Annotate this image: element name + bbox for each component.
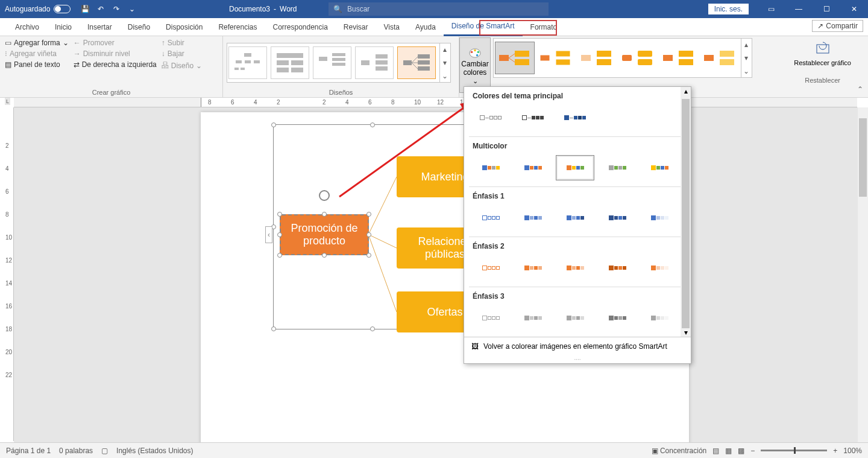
dropdown-resize-grip[interactable]: ···· <box>464 355 691 363</box>
color-option[interactable] <box>640 205 679 231</box>
color-option[interactable] <box>598 155 637 180</box>
focus-mode-button[interactable]: ▣ Concentración <box>652 447 707 455</box>
language[interactable]: Inglés (Estados Unidos) <box>116 447 193 455</box>
text-pane-toggle-icon[interactable]: ‹ <box>265 226 272 243</box>
color-option[interactable] <box>556 105 594 130</box>
layout-gallery[interactable]: ▴▾⌄ <box>227 43 451 83</box>
color-option[interactable] <box>598 205 637 231</box>
zoom-level[interactable]: 100% <box>843 447 862 455</box>
demote-button[interactable]: → Disminuir nivel <box>72 49 158 59</box>
smartart-main-node[interactable]: Promoción de producto <box>280 214 369 255</box>
layout-thumb[interactable] <box>228 46 267 79</box>
color-option[interactable] <box>514 255 552 281</box>
section-multicolor: Multicolor <box>464 137 691 153</box>
page-count[interactable]: Página 1 de 1 <box>6 447 51 455</box>
tab-archivo[interactable]: Archivo <box>7 18 47 36</box>
add-bullet-button[interactable]: ⁝ Agregar viñeta <box>4 49 70 59</box>
autosave-toggle[interactable]: Autoguardado <box>5 5 71 13</box>
color-option[interactable] <box>556 305 594 331</box>
tab-revisar[interactable]: Revisar <box>336 18 376 36</box>
read-mode-view-icon[interactable]: ▦ <box>725 447 732 455</box>
signin-button[interactable]: Inic. ses. <box>708 4 749 14</box>
color-option[interactable] <box>471 155 510 180</box>
proofing-icon[interactable]: ▢ <box>101 447 108 455</box>
print-layout-view-icon[interactable]: ▤ <box>712 447 719 455</box>
svg-rect-37 <box>556 51 570 57</box>
tab-correspondencia[interactable]: Correspondencia <box>265 18 335 36</box>
rotate-handle-icon[interactable] <box>319 190 330 201</box>
reset-icon[interactable] <box>814 40 831 57</box>
layout-thumb[interactable] <box>271 46 309 79</box>
tab-insertar[interactable]: Insertar <box>80 18 120 36</box>
zoom-slider[interactable] <box>761 450 827 451</box>
color-option[interactable] <box>471 305 510 331</box>
style-thumb[interactable] <box>577 42 617 74</box>
color-option[interactable] <box>640 155 679 180</box>
smartart-frame[interactable]: Promoción de producto Marketing Relacion… <box>273 124 472 329</box>
color-option[interactable] <box>598 305 637 331</box>
style-thumb[interactable] <box>700 42 740 74</box>
color-option[interactable] <box>514 205 552 231</box>
color-option[interactable] <box>471 255 510 281</box>
ribbon-display-icon[interactable]: ▭ <box>757 0 785 18</box>
close-icon[interactable]: ✕ <box>840 0 868 18</box>
rtl-button[interactable]: ⇄ De derecha a izquierda <box>72 60 158 69</box>
tab-referencias[interactable]: Referencias <box>210 18 265 36</box>
color-option[interactable] <box>514 305 552 331</box>
color-option[interactable] <box>640 305 679 331</box>
move-up-button[interactable]: ↑ Subir <box>160 38 203 48</box>
tab-disposicion[interactable]: Disposición <box>158 18 210 36</box>
tab-formato[interactable]: Formato <box>523 18 565 36</box>
style-thumb[interactable] <box>618 42 658 74</box>
tab-vista[interactable]: Vista <box>376 18 407 36</box>
layout-thumb-selected[interactable] <box>397 46 436 79</box>
color-option[interactable] <box>514 105 552 130</box>
vertical-scrollbar[interactable] <box>858 107 868 442</box>
tab-ayuda[interactable]: Ayuda <box>407 18 444 36</box>
styles-gallery-spinner[interactable]: ▴▾⌄ <box>741 38 750 78</box>
recolor-pictures-button[interactable]: 🖼 Volver a colorear imágenes en elemento… <box>464 337 691 355</box>
layout-thumb[interactable] <box>355 46 394 79</box>
minimize-icon[interactable]: — <box>785 0 813 18</box>
color-option[interactable] <box>471 105 510 130</box>
undo-icon[interactable]: ↶ <box>96 4 105 14</box>
color-option[interactable] <box>640 255 679 281</box>
text-pane-button[interactable]: ▤ Panel de texto <box>4 60 70 69</box>
tab-smartart-design[interactable]: Diseño de SmartArt <box>444 18 523 36</box>
color-option[interactable] <box>471 205 510 231</box>
zoom-in-icon[interactable]: + <box>833 447 837 455</box>
tab-diseno[interactable]: Diseño <box>120 18 158 36</box>
color-option-selected[interactable] <box>556 155 594 180</box>
reset-graphic-button[interactable]: Restablecer gráfico <box>794 59 851 67</box>
color-option[interactable] <box>514 155 552 180</box>
web-layout-view-icon[interactable]: ▩ <box>738 447 744 455</box>
color-option[interactable] <box>556 205 594 231</box>
tab-inicio[interactable]: Inicio <box>47 18 80 36</box>
dropdown-scrollbar[interactable]: ▴▾ <box>681 87 691 337</box>
vertical-ruler[interactable]: 246810121416182022 <box>4 107 14 441</box>
color-option[interactable] <box>598 255 637 281</box>
layout-thumb[interactable] <box>313 46 351 79</box>
move-down-button[interactable]: ↓ Bajar <box>160 49 203 59</box>
add-shape-button[interactable]: ▭ Agregar forma ⌄ <box>4 38 70 48</box>
layout-button[interactable]: 品 Diseño ⌄ <box>160 60 203 71</box>
smartart-styles-gallery[interactable]: ▴▾⌄ <box>493 38 752 78</box>
style-thumb[interactable] <box>536 42 576 74</box>
save-icon[interactable]: 💾 <box>80 4 90 14</box>
group-create-graphic-label: Crear gráfico <box>4 87 219 96</box>
style-thumb-selected[interactable] <box>495 42 535 74</box>
collapse-ribbon-icon[interactable]: ⌃ <box>857 85 863 94</box>
qat-customize-icon[interactable]: ⌄ <box>127 4 137 14</box>
change-colors-button[interactable]: Cambiar colores ⌄ <box>459 37 491 93</box>
search-box[interactable]: 🔍 Buscar <box>329 2 549 16</box>
zoom-out-icon[interactable]: − <box>750 447 755 455</box>
color-option[interactable] <box>556 255 594 281</box>
style-thumb[interactable] <box>659 42 699 74</box>
promote-button[interactable]: ← Promover <box>72 38 158 48</box>
horizontal-ruler[interactable]: 8642246810121416182022 <box>14 98 857 107</box>
redo-icon[interactable]: ↷ <box>112 4 121 14</box>
maximize-icon[interactable]: ☐ <box>813 0 840 18</box>
word-count[interactable]: 0 palabras <box>59 447 93 455</box>
share-button[interactable]: ↗ Compartir <box>812 20 863 32</box>
layout-gallery-spinner[interactable]: ▴▾⌄ <box>439 43 449 83</box>
